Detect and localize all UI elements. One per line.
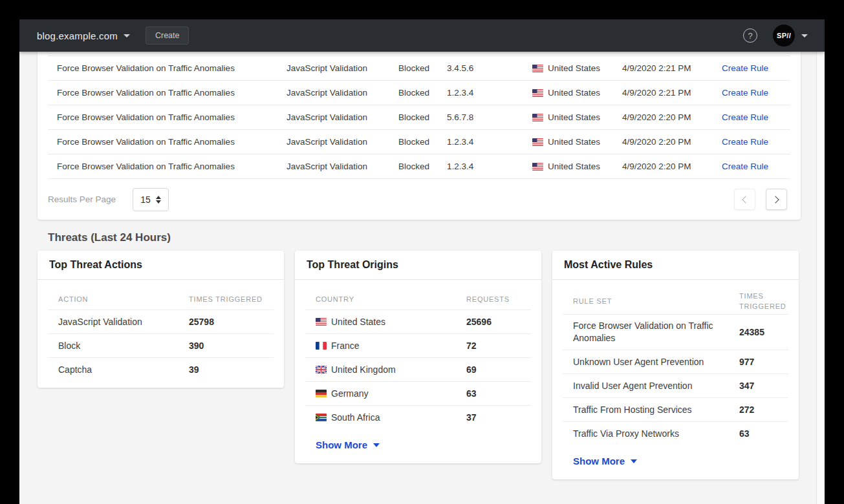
column-header-action: Action bbox=[58, 291, 189, 307]
us-flag-icon bbox=[532, 138, 543, 146]
times-triggered-value: 39 bbox=[189, 364, 274, 375]
rule-cell: Force Browser Validation on Traffic Anom… bbox=[57, 112, 287, 122]
country-name: United States bbox=[548, 162, 600, 171]
top-threat-origins-card: Top Threat Origins Country Requests Unit… bbox=[295, 251, 541, 463]
rule-set-label: Traffic Via Proxy Networks bbox=[573, 423, 739, 445]
site-selector-dropdown[interactable]: blog.example.com bbox=[37, 30, 130, 41]
times-triggered-value: 390 bbox=[189, 341, 274, 351]
create-rule-link[interactable]: Create Rule bbox=[722, 137, 790, 147]
rule-set-label: Force Browser Validation on Traffic Anom… bbox=[573, 315, 739, 350]
time-cell: 4/9/2020 2:20 PM bbox=[622, 112, 722, 122]
requests-value: 37 bbox=[466, 412, 531, 423]
country-cell: United States bbox=[532, 63, 622, 73]
show-more-button[interactable]: Show More bbox=[563, 445, 788, 473]
country-name: United States bbox=[548, 137, 600, 147]
card-title: Top Threat Origins bbox=[295, 251, 541, 280]
list-item: United Kingdom 69 bbox=[305, 357, 531, 381]
country-name: United States bbox=[331, 316, 385, 328]
us-flag-icon bbox=[316, 318, 327, 326]
country-label: France bbox=[316, 335, 466, 357]
times-triggered-value: 977 bbox=[739, 357, 788, 367]
create-rule-link[interactable]: Create Rule bbox=[722, 88, 790, 98]
help-icon[interactable]: ? bbox=[743, 28, 757, 43]
top-navigation-bar: blog.example.com Create ? SP// bbox=[19, 19, 825, 52]
select-stepper-icon bbox=[156, 196, 161, 204]
status-cell: Blocked bbox=[398, 63, 447, 73]
country-name: South Africa bbox=[331, 412, 380, 424]
us-flag-icon bbox=[532, 65, 543, 72]
list-item: JavaScript Validation 25798 bbox=[48, 310, 274, 333]
action-cell: JavaScript Validation bbox=[287, 162, 398, 171]
list-item: Force Browser Validation on Traffic Anom… bbox=[563, 314, 788, 350]
ip-cell: 3.4.5.6 bbox=[447, 63, 532, 73]
action-cell: JavaScript Validation bbox=[287, 88, 398, 98]
country-name: Germany bbox=[331, 388, 369, 400]
chevron-down-icon bbox=[631, 459, 637, 463]
country-label: United Kingdom bbox=[316, 359, 466, 381]
table-row: Force Browser Validation on Traffic Anom… bbox=[48, 154, 790, 178]
avatar[interactable]: SP// bbox=[773, 25, 795, 47]
list-item: Block 390 bbox=[48, 333, 274, 357]
action-cell: JavaScript Validation bbox=[287, 112, 398, 122]
times-triggered-value: 25798 bbox=[189, 317, 274, 327]
rule-cell: Force Browser Validation on Traffic Anom… bbox=[57, 137, 287, 147]
pagination-bar: Results Per Page 15 bbox=[48, 178, 790, 220]
page-size-select[interactable]: 15 bbox=[133, 188, 169, 211]
ip-cell: 1.2.3.4 bbox=[447, 88, 532, 98]
times-triggered-value: 63 bbox=[739, 428, 788, 439]
status-cell: Blocked bbox=[398, 137, 447, 147]
country-cell: United States bbox=[532, 137, 622, 147]
page-size-value: 15 bbox=[140, 194, 151, 205]
column-header-rule-set: Rule Set bbox=[573, 293, 739, 309]
show-more-button[interactable]: Show More bbox=[305, 429, 531, 457]
show-more-label: Show More bbox=[573, 456, 625, 467]
create-rule-link[interactable]: Create Rule bbox=[722, 162, 790, 171]
status-cell: Blocked bbox=[398, 162, 447, 171]
results-per-page-label: Results Per Page bbox=[48, 194, 116, 204]
table-row: Force Browser Validation on Traffic Anom… bbox=[48, 80, 790, 105]
action-cell: JavaScript Validation bbox=[287, 137, 398, 147]
arrow-up-icon bbox=[156, 196, 161, 199]
create-rule-link[interactable]: Create Rule bbox=[722, 63, 790, 73]
table-row: Force Browser Validation on Traffic Anom… bbox=[48, 105, 790, 129]
card-body: Action Times Triggered JavaScript Valida… bbox=[38, 280, 284, 388]
previous-page-button[interactable] bbox=[734, 189, 755, 210]
show-more-label: Show More bbox=[316, 439, 367, 450]
threat-events-table-card: Force Browser Validation on Traffic Anom… bbox=[38, 52, 801, 220]
column-header-row: Rule Set Times Triggered bbox=[563, 288, 788, 314]
us-flag-icon bbox=[532, 163, 543, 171]
country-cell: United States bbox=[532, 162, 622, 171]
country-cell: United States bbox=[532, 112, 622, 122]
next-page-button[interactable] bbox=[766, 189, 787, 210]
country-name: United Kingdom bbox=[331, 364, 396, 376]
chevron-down-icon bbox=[124, 34, 130, 37]
create-rule-link[interactable]: Create Rule bbox=[722, 112, 790, 122]
chevron-left-icon bbox=[742, 196, 749, 203]
arrow-down-icon bbox=[156, 200, 161, 204]
gb-flag-icon bbox=[316, 366, 327, 373]
create-button[interactable]: Create bbox=[146, 26, 189, 45]
ip-cell: 1.2.3.4 bbox=[447, 137, 532, 147]
rule-cell: Force Browser Validation on Traffic Anom… bbox=[57, 88, 287, 98]
time-cell: 4/9/2020 2:20 PM bbox=[622, 137, 722, 147]
status-cell: Blocked bbox=[398, 112, 447, 122]
time-cell: 4/9/2020 2:21 PM bbox=[622, 63, 722, 73]
vertical-scrollbar[interactable] bbox=[816, 52, 825, 504]
column-header-country: Country bbox=[316, 291, 466, 307]
list-item: Traffic From Hosting Services 272 bbox=[563, 397, 788, 421]
country-label: United States bbox=[316, 311, 466, 333]
list-item: Traffic Via Proxy Networks 63 bbox=[563, 421, 788, 445]
chevron-down-icon bbox=[373, 443, 380, 447]
chevron-right-icon bbox=[772, 196, 779, 203]
country-label: Germany bbox=[316, 383, 466, 405]
country-cell: United States bbox=[532, 88, 622, 98]
action-label: Captcha bbox=[58, 359, 189, 381]
time-cell: 4/9/2020 2:21 PM bbox=[622, 88, 722, 98]
question-mark-glyph: ? bbox=[748, 31, 752, 41]
rule-cell: Force Browser Validation on Traffic Anom… bbox=[57, 162, 287, 171]
account-menu-chevron-down-icon[interactable] bbox=[801, 34, 808, 37]
rule-set-label: Traffic From Hosting Services bbox=[573, 399, 739, 421]
times-triggered-value: 24385 bbox=[739, 327, 788, 337]
times-triggered-value: 272 bbox=[739, 404, 788, 415]
main-content: Force Browser Validation on Traffic Anom… bbox=[19, 52, 825, 504]
